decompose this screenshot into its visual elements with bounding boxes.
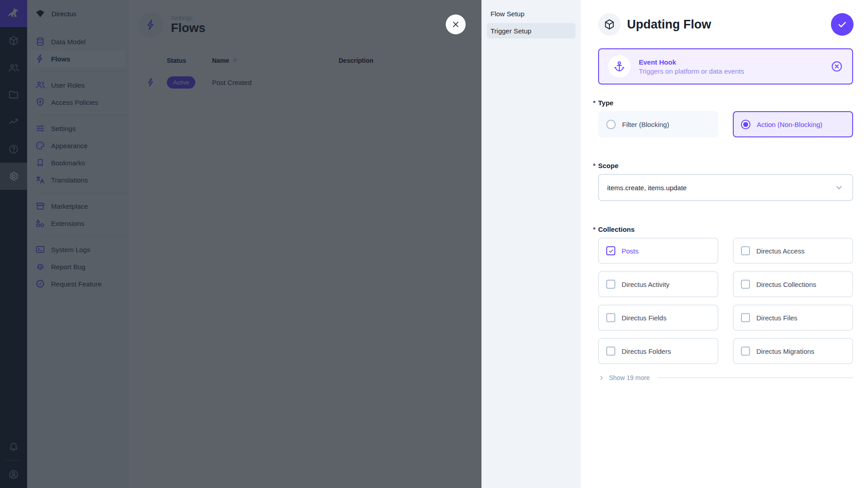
drawer-backdrop-overlay[interactable] (0, 0, 481, 488)
drawer-header: Updating Flow (581, 0, 868, 36)
checkbox-label: Directus Access (756, 247, 805, 255)
checkbox-icon (741, 246, 750, 255)
box-icon (604, 19, 615, 30)
radio-label: Action (Non-Blocking) (757, 121, 822, 128)
directus-app: Directus Data Model Flows User Roles Acc… (0, 0, 868, 488)
radio-action-non-blocking[interactable]: Action (Non-Blocking) (733, 111, 853, 137)
event-hook-text: Event Hook Triggers on platform or data … (639, 58, 744, 75)
collections-options: Posts Directus Access Directus Activity (598, 238, 853, 364)
type-options: Filter (Blocking) Action (Non-Blocking) (598, 111, 853, 137)
scope-select-value: items.create, items.update (607, 184, 687, 192)
drawer-nav-flow-setup[interactable]: Flow Setup (487, 6, 576, 21)
checkbox-icon (741, 280, 750, 289)
radio-icon (741, 120, 750, 129)
checkbox-icon (606, 280, 615, 289)
show-more-rule (657, 377, 853, 378)
checkbox-directus-fields[interactable]: Directus Fields (598, 305, 718, 331)
collections-field-label: Collections (598, 225, 635, 233)
drawer-content: Updating Flow Event Hook Triggers on pla… (581, 0, 868, 488)
drawer-body: Event Hook Triggers on platform or data … (581, 36, 868, 381)
drawer-nav-trigger-setup[interactable]: Trigger Setup (487, 23, 576, 38)
collections-field: Collections Posts Directus Access Dir (598, 225, 853, 381)
show-more-toggle[interactable]: Show 19 more (598, 374, 853, 381)
close-icon (451, 19, 461, 29)
check-icon (837, 19, 848, 30)
radio-icon (606, 120, 616, 129)
checkbox-label: Directus Collections (756, 281, 816, 288)
checkbox-icon (606, 313, 615, 322)
cancel-circle-icon (830, 60, 843, 73)
checkbox-icon (741, 313, 750, 322)
type-field: Type Filter (Blocking) Action (Non-Block… (598, 99, 853, 137)
scope-field-label: Scope (598, 162, 618, 169)
show-more-label: Show 19 more (609, 374, 650, 381)
checkbox-label: Directus Fields (622, 314, 666, 322)
checkbox-directus-collections[interactable]: Directus Collections (733, 271, 853, 297)
checkbox-posts[interactable]: Posts (598, 238, 718, 264)
save-button[interactable] (831, 13, 854, 36)
flow-drawer: Flow Setup Trigger Setup Updating Flow (481, 0, 868, 488)
checkbox-label: Directus Migrations (756, 347, 814, 355)
checkbox-directus-folders[interactable]: Directus Folders (598, 338, 718, 364)
drawer-title: Updating Flow (627, 18, 711, 32)
checkbox-directus-activity[interactable]: Directus Activity (598, 271, 718, 297)
checkbox-icon (741, 347, 750, 356)
anchor-icon (608, 55, 631, 78)
radio-filter-blocking[interactable]: Filter (Blocking) (598, 111, 718, 137)
event-hook-subtitle: Triggers on platform or data events (639, 67, 744, 75)
checkbox-label: Directus Folders (622, 347, 671, 355)
checkbox-label: Posts (622, 247, 639, 255)
checkbox-directus-access[interactable]: Directus Access (733, 238, 853, 264)
event-hook-title: Event Hook (639, 58, 744, 66)
radio-label: Filter (Blocking) (622, 121, 669, 128)
drawer-title-icon-circle (598, 13, 621, 36)
checkbox-label: Directus Files (756, 314, 797, 322)
chevron-right-icon (598, 375, 605, 381)
checkbox-label: Directus Activity (622, 281, 670, 288)
scope-field: Scope items.create, items.update (598, 162, 853, 201)
event-hook-card: Event Hook Triggers on platform or data … (598, 48, 853, 84)
drawer-nav: Flow Setup Trigger Setup (481, 0, 581, 488)
checkbox-directus-migrations[interactable]: Directus Migrations (733, 338, 853, 364)
scope-select[interactable]: items.create, items.update (598, 174, 853, 201)
remove-trigger-button[interactable] (830, 60, 843, 73)
type-field-label: Type (598, 99, 613, 107)
close-drawer-button[interactable] (446, 14, 466, 34)
checkbox-directus-files[interactable]: Directus Files (733, 305, 853, 331)
checkbox-icon (606, 347, 615, 356)
chevron-down-icon (834, 183, 844, 192)
checkbox-icon (606, 246, 615, 255)
